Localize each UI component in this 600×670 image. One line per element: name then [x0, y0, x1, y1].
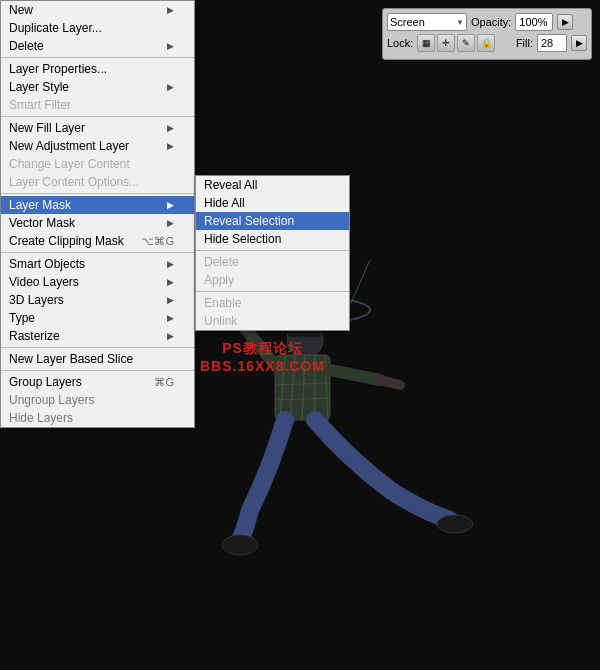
submenu-item-delete: Delete — [196, 253, 349, 271]
menu-item-vector-mask[interactable]: Vector Mask ▶ — [1, 214, 194, 232]
submenu-divider-2 — [196, 291, 349, 292]
divider-4 — [1, 252, 194, 253]
menu-item-video-layers-arrow: ▶ — [167, 277, 174, 287]
menu-item-layer-style-label: Layer Style — [9, 80, 69, 94]
fill-label: Fill: — [516, 37, 533, 49]
menu-item-duplicate[interactable]: Duplicate Layer... — [1, 19, 194, 37]
menu-item-type-label: Type — [9, 311, 35, 325]
svg-point-24 — [222, 535, 258, 555]
watermark-line2: BBS.16XX8.COM — [200, 358, 325, 374]
menu-item-layer-properties[interactable]: Layer Properties... — [1, 60, 194, 78]
svg-point-25 — [437, 515, 473, 533]
submenu-item-hide-all[interactable]: Hide All — [196, 194, 349, 212]
lock-fill-row: Lock: ▦ ✛ ✎ 🔒 Fill: 28 ▶ — [387, 34, 587, 52]
submenu-item-unlink: Unlink — [196, 312, 349, 330]
menu-item-adjustment-layer-arrow: ▶ — [167, 141, 174, 151]
menu-item-change-content: Change Layer Content — [1, 155, 194, 173]
lock-label: Lock: — [387, 37, 413, 49]
lock-all-btn[interactable]: 🔒 — [477, 34, 495, 52]
divider-2 — [1, 116, 194, 117]
opacity-label: Opacity: — [471, 16, 511, 28]
menu-item-smart-objects[interactable]: Smart Objects ▶ — [1, 255, 194, 273]
menu-item-group-layers[interactable]: Group Layers ⌘G — [1, 373, 194, 391]
menu-item-ungroup-layers[interactable]: Ungroup Layers — [1, 391, 194, 409]
submenu-item-reveal-selection[interactable]: Reveal Selection — [196, 212, 349, 230]
opacity-arrow-btn[interactable]: ▶ — [557, 14, 573, 30]
menu-item-content-options-label: Layer Content Options... — [9, 175, 139, 189]
menu-item-fill-layer-arrow: ▶ — [167, 123, 174, 133]
submenu-divider-1 — [196, 250, 349, 251]
menu-item-delete[interactable]: Delete ▶ — [1, 37, 194, 55]
menu-item-rasterize[interactable]: Rasterize ▶ — [1, 327, 194, 345]
menu-item-group-layers-shortcut: ⌘G — [154, 376, 174, 389]
menu-item-delete-label: Delete — [9, 39, 44, 53]
blend-mode-value: Screen — [390, 16, 425, 28]
menu-item-fill-layer-label: New Fill Layer — [9, 121, 85, 135]
submenu-item-apply: Apply — [196, 271, 349, 289]
menu-item-video-layers[interactable]: Video Layers ▶ — [1, 273, 194, 291]
fill-arrow-btn[interactable]: ▶ — [571, 35, 587, 51]
menu-item-slice[interactable]: New Layer Based Slice — [1, 350, 194, 368]
menu-item-video-layers-label: Video Layers — [9, 275, 79, 289]
fill-value[interactable]: 28 — [537, 34, 567, 52]
submenu-item-delete-label: Delete — [204, 255, 239, 269]
menu-item-adjustment-layer[interactable]: New Adjustment Layer ▶ — [1, 137, 194, 155]
svg-line-23 — [380, 380, 400, 385]
menu-item-change-content-label: Change Layer Content — [9, 157, 130, 171]
submenu-item-hide-all-label: Hide All — [204, 196, 245, 210]
menu-item-type[interactable]: Type ▶ — [1, 309, 194, 327]
menu-item-layer-mask[interactable]: Layer Mask ▶ — [1, 196, 194, 214]
menu-item-group-layers-label: Group Layers — [9, 375, 82, 389]
menu-item-layer-mask-label: Layer Mask — [9, 198, 71, 212]
menu-item-3d-layers-label: 3D Layers — [9, 293, 64, 307]
menu-item-fill-layer[interactable]: New Fill Layer ▶ — [1, 119, 194, 137]
opacity-value[interactable]: 100% — [515, 13, 553, 31]
menu-item-clipping-mask-shortcut: ⌥⌘G — [141, 235, 174, 248]
menu-item-rasterize-arrow: ▶ — [167, 331, 174, 341]
divider-5 — [1, 347, 194, 348]
menu-item-hide-layers-label: Hide Layers — [9, 411, 73, 425]
menu-item-rasterize-label: Rasterize — [9, 329, 60, 343]
submenu-item-reveal-all[interactable]: Reveal All — [196, 176, 349, 194]
layer-mask-submenu: Reveal All Hide All Reveal Selection Hid… — [195, 175, 350, 331]
menu-item-3d-layers-arrow: ▶ — [167, 295, 174, 305]
submenu-item-enable-label: Enable — [204, 296, 241, 310]
menu-item-content-options: Layer Content Options... — [1, 173, 194, 191]
lock-move-btn[interactable]: ✛ — [437, 34, 455, 52]
blend-mode-select[interactable]: Screen ▼ — [387, 13, 467, 31]
menu-item-3d-layers[interactable]: 3D Layers ▶ — [1, 291, 194, 309]
submenu-item-reveal-all-label: Reveal All — [204, 178, 257, 192]
menu-item-layer-style[interactable]: Layer Style ▶ — [1, 78, 194, 96]
menu-item-smart-filter: Smart Filter — [1, 96, 194, 114]
submenu-item-hide-selection[interactable]: Hide Selection — [196, 230, 349, 248]
menu-item-ungroup-layers-label: Ungroup Layers — [9, 393, 94, 407]
menu-item-layer-style-arrow: ▶ — [167, 82, 174, 92]
menu-item-type-arrow: ▶ — [167, 313, 174, 323]
watermark-line1: PS教程论坛 — [200, 340, 325, 358]
menu-item-clipping-mask-label: Create Clipping Mask — [9, 234, 124, 248]
divider-3 — [1, 193, 194, 194]
submenu-item-reveal-selection-label: Reveal Selection — [204, 214, 294, 228]
menu-item-layer-properties-label: Layer Properties... — [9, 62, 107, 76]
submenu-item-hide-selection-label: Hide Selection — [204, 232, 281, 246]
menu-item-vector-mask-label: Vector Mask — [9, 216, 75, 230]
submenu-item-enable: Enable — [196, 294, 349, 312]
submenu-item-apply-label: Apply — [204, 273, 234, 287]
menu-item-smart-objects-label: Smart Objects — [9, 257, 85, 271]
menu-item-hide-layers[interactable]: Hide Layers — [1, 409, 194, 427]
divider-1 — [1, 57, 194, 58]
watermark: PS教程论坛 BBS.16XX8.COM — [200, 340, 325, 374]
menu-item-clipping-mask[interactable]: Create Clipping Mask ⌥⌘G — [1, 232, 194, 250]
menu-item-layer-mask-arrow: ▶ — [167, 200, 174, 210]
lock-icons-group: ▦ ✛ ✎ 🔒 — [417, 34, 495, 52]
menu-item-smart-objects-arrow: ▶ — [167, 259, 174, 269]
divider-6 — [1, 370, 194, 371]
menu-item-new[interactable]: New ▶ — [1, 1, 194, 19]
lock-paint-btn[interactable]: ✎ — [457, 34, 475, 52]
blend-opacity-row: Screen ▼ Opacity: 100% ▶ — [387, 13, 587, 31]
menu-item-adjustment-layer-label: New Adjustment Layer — [9, 139, 129, 153]
lock-checkerboard-btn[interactable]: ▦ — [417, 34, 435, 52]
blend-select-arrow: ▼ — [456, 18, 464, 27]
menu-item-vector-mask-arrow: ▶ — [167, 218, 174, 228]
menu-item-slice-label: New Layer Based Slice — [9, 352, 133, 366]
